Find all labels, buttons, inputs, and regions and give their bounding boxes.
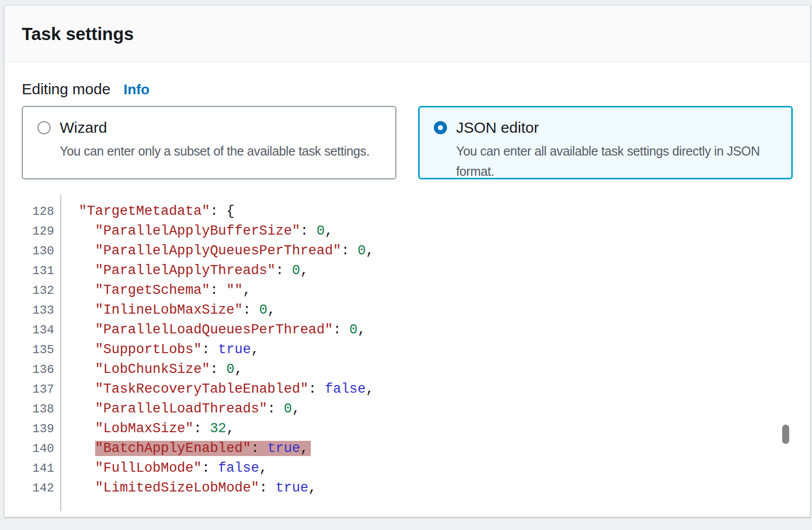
- code-line[interactable]: "LobChunkSize": 0,: [62, 360, 793, 380]
- task-settings-panel: Task settings Editing mode Info Wizard Y…: [4, 5, 810, 517]
- line-number: 128: [22, 202, 54, 221]
- code-line[interactable]: "TargetSchema": "",: [62, 281, 793, 300]
- code-line[interactable]: "LimitedSizeLobMode": true,: [62, 478, 793, 498]
- line-number: 131: [22, 261, 54, 281]
- code-line[interactable]: "ParallelLoadThreads": 0,: [62, 399, 793, 419]
- json-editor-option-description: You can enter all available task setting…: [456, 141, 782, 179]
- highlighted-token: "BatchApplyEnabled": true,: [95, 441, 311, 456]
- line-number: 133: [22, 300, 54, 320]
- code-lines: "TargetMetadata": { "ParallelApplyBuffer…: [61, 195, 793, 511]
- json-editor-option-title: JSON editor: [456, 119, 782, 136]
- json-editor-option-card[interactable]: JSON editor You can enter all available …: [418, 106, 793, 179]
- code-line[interactable]: "BatchApplyEnabled": true,: [62, 439, 793, 459]
- line-number: 134: [22, 320, 54, 340]
- wizard-option-description: You can enter only a subset of the avail…: [60, 141, 370, 161]
- radio-unselected-icon[interactable]: [37, 121, 51, 134]
- editing-mode-field-label: Editing mode Info: [22, 81, 793, 98]
- code-line[interactable]: "SupportLobs": true,: [62, 340, 793, 360]
- code-line[interactable]: "ParallelLoadQueuesPerThread": 0,: [62, 320, 793, 340]
- code-line[interactable]: "InlineLobMaxSize": 0,: [62, 300, 793, 320]
- code-line[interactable]: "TaskRecoveryTableEnabled": false,: [62, 380, 793, 399]
- line-number: 137: [22, 380, 54, 399]
- info-link[interactable]: Info: [124, 82, 149, 98]
- code-line[interactable]: "ParallelApplyThreads": 0,: [62, 261, 793, 281]
- editing-mode-options: Wizard You can enter only a subset of th…: [22, 106, 793, 179]
- line-number: 142: [22, 478, 54, 498]
- wizard-option-card[interactable]: Wizard You can enter only a subset of th…: [22, 106, 396, 179]
- wizard-option-title: Wizard: [60, 119, 370, 136]
- line-number: 132: [22, 281, 54, 300]
- line-number: 138: [22, 399, 54, 419]
- line-number: 140: [22, 439, 54, 459]
- vertical-scrollbar-thumb[interactable]: [782, 425, 789, 444]
- line-number: 135: [22, 340, 54, 360]
- page-title: Task settings: [22, 24, 134, 44]
- panel-header: Task settings: [5, 6, 810, 62]
- code-line[interactable]: "LobMaxSize": 32,: [62, 419, 793, 439]
- panel-body: Editing mode Info Wizard You can enter o…: [5, 81, 810, 511]
- json-editor-option-text: JSON editor You can enter all available …: [456, 119, 782, 178]
- editing-mode-label: Editing mode: [22, 81, 110, 98]
- line-number: 141: [22, 459, 54, 478]
- line-number: 130: [22, 241, 54, 261]
- code-line[interactable]: "FullLobMode": false,: [62, 459, 793, 478]
- editor-gutter: 1281291301311321331341351361371381391401…: [22, 195, 61, 511]
- code-line[interactable]: "ParallelApplyQueuesPerThread": 0,: [62, 241, 793, 261]
- json-code-editor[interactable]: 1281291301311321331341351361371381391401…: [22, 195, 793, 511]
- radio-selected-icon[interactable]: [434, 121, 447, 134]
- line-number: 129: [22, 221, 54, 241]
- line-number: 139: [22, 419, 54, 439]
- code-line[interactable]: "TargetMetadata": {: [62, 202, 793, 221]
- wizard-option-text: Wizard You can enter only a subset of th…: [60, 119, 370, 178]
- code-line[interactable]: "ParallelApplyBufferSize": 0,: [62, 221, 793, 241]
- line-number: 136: [22, 360, 54, 380]
